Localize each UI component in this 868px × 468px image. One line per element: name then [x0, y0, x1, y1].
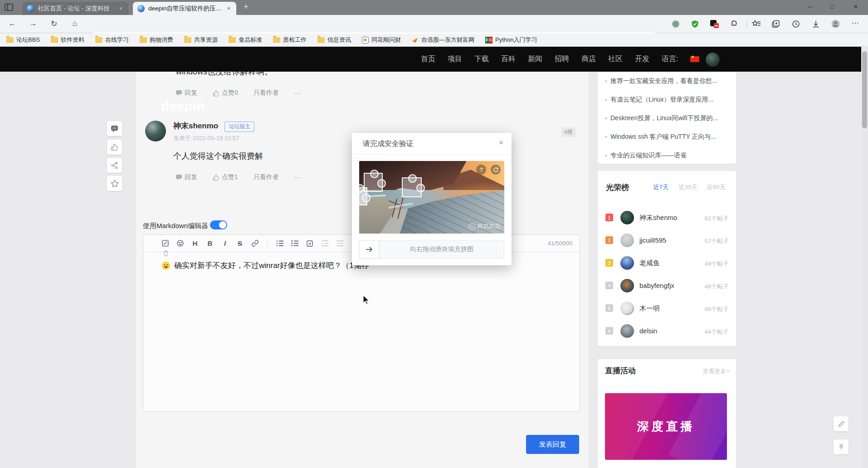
- tab-90days[interactable]: 近90天: [707, 183, 726, 191]
- ordered-list-icon[interactable]: [290, 239, 299, 248]
- edit-note-icon[interactable]: [161, 239, 170, 248]
- profile-avatar-icon[interactable]: [831, 20, 840, 28]
- favorites-bar-icon[interactable]: [752, 20, 761, 28]
- captcha-slider-handle[interactable]: [359, 240, 379, 258]
- nav-community[interactable]: 社区: [608, 54, 623, 64]
- more-action[interactable]: ···: [294, 89, 301, 97]
- post-author-avatar[interactable]: [145, 121, 166, 141]
- honor-row[interactable]: 1 神末shenmo 82个帖子: [598, 206, 736, 229]
- extension-badge-icon[interactable]: [710, 20, 717, 26]
- scrollbar-thumb[interactable]: [862, 51, 867, 128]
- nav-develop[interactable]: 开发: [635, 54, 649, 64]
- bold-icon[interactable]: B: [205, 239, 215, 248]
- page-scrollbar[interactable]: [861, 47, 868, 468]
- hot-link[interactable]: 有道云笔记（Linux）登录深度应用...: [605, 93, 731, 107]
- bookmark-folder[interactable]: 信息资讯: [317, 36, 351, 44]
- view-more-link[interactable]: 查看更多>: [702, 367, 730, 375]
- more-action[interactable]: ···: [294, 173, 301, 181]
- markdown-toggle[interactable]: [210, 220, 227, 229]
- tab-close-icon[interactable]: ×: [117, 5, 124, 12]
- deepin-logo[interactable]: deepin: [161, 99, 205, 114]
- browser-tab[interactable]: 社区首页 - 论坛 - 深度科技 ×: [22, 2, 128, 15]
- author-only-action[interactable]: 只看作者: [254, 89, 279, 97]
- captcha-slider-track[interactable]: 向右拖动滑块填充拼图: [359, 240, 504, 258]
- honor-row[interactable]: 4 babyfengfjx 48个帖子: [598, 274, 736, 297]
- browser-tab-active[interactable]: deepin自带压缩软件的压缩方式 ×: [133, 2, 236, 15]
- minimize-button[interactable]: ─: [808, 3, 812, 10]
- hot-link[interactable]: 专业的云端知识库——语雀: [605, 149, 731, 162]
- adblock-shield-icon[interactable]: [691, 20, 699, 28]
- history-icon[interactable]: [792, 20, 800, 28]
- back-button[interactable]: ←: [5, 19, 19, 28]
- bookmark-folder[interactable]: 共享资源: [184, 36, 218, 44]
- tab-actions-icon[interactable]: [5, 4, 13, 11]
- emoji-icon[interactable]: [176, 239, 185, 248]
- downloads-icon[interactable]: [812, 20, 820, 28]
- captcha-refresh-icon[interactable]: [491, 165, 501, 175]
- post-author-name[interactable]: 神末shenmo: [173, 122, 218, 130]
- language-label[interactable]: 语言:: [662, 54, 678, 64]
- bookmark-folder[interactable]: 质检工作: [273, 36, 307, 44]
- nav-download[interactable]: 下载: [474, 54, 489, 64]
- hot-link[interactable]: Deskreen投屏，Linux同wifi下投屏的...: [605, 112, 731, 125]
- cn-flag-icon[interactable]: [690, 56, 699, 62]
- nav-store[interactable]: 商店: [581, 54, 596, 64]
- extensions-puzzle-icon[interactable]: [730, 20, 738, 28]
- bookmark-folder[interactable]: 食品标准: [229, 36, 262, 44]
- nav-news[interactable]: 新闻: [528, 54, 542, 64]
- indent-decrease-icon[interactable]: [320, 239, 329, 248]
- extension-icon[interactable]: [672, 20, 679, 28]
- nav-home[interactable]: 首页: [421, 54, 435, 64]
- editor-content[interactable]: 确实对新手不友好，不过winrar好像也是这样吧？（1储存: [161, 260, 369, 271]
- link-icon[interactable]: [250, 239, 259, 248]
- forward-button[interactable]: →: [26, 19, 40, 28]
- close-button[interactable]: ×: [853, 3, 858, 11]
- author-only-action[interactable]: 只看作者: [254, 173, 279, 181]
- new-tab-button[interactable]: +: [244, 2, 249, 12]
- bookmark-folder[interactable]: 论坛BBS: [6, 36, 40, 44]
- honor-row[interactable]: 2 jjcui8595 57个帖子: [598, 229, 736, 252]
- task-list-icon[interactable]: [305, 239, 314, 248]
- submit-reply-button[interactable]: 发表回复: [526, 435, 579, 454]
- like-float-button[interactable]: [107, 140, 122, 155]
- maximize-button[interactable]: □: [830, 3, 834, 10]
- tab-close-icon[interactable]: ×: [225, 5, 232, 12]
- back-to-top-button[interactable]: [834, 439, 848, 454]
- like-action[interactable]: 点赞0: [213, 89, 238, 97]
- collections-icon[interactable]: [772, 20, 780, 28]
- nav-jobs[interactable]: 招聘: [555, 54, 569, 64]
- reply-action[interactable]: 回复: [176, 173, 197, 181]
- bookmark-link[interactable]: 同花顺问财: [362, 36, 401, 44]
- home-button[interactable]: ⌂: [68, 19, 82, 28]
- nav-projects[interactable]: 项目: [448, 54, 462, 64]
- favorite-float-button[interactable]: [107, 176, 122, 191]
- bookmark-link[interactable]: FC Python入门学习: [485, 36, 537, 44]
- delete-icon[interactable]: [163, 250, 168, 256]
- nav-wiki[interactable]: 百科: [501, 54, 516, 64]
- user-avatar[interactable]: [706, 53, 720, 67]
- bullet-list-icon[interactable]: [275, 239, 284, 248]
- bookmark-folder[interactable]: 软件资料: [51, 36, 84, 44]
- new-post-float-button[interactable]: [834, 416, 848, 431]
- reply-action[interactable]: 回复: [176, 89, 197, 97]
- tab-7days[interactable]: 近7天: [653, 183, 669, 191]
- honor-row[interactable]: 5 木一明 48个帖子: [598, 297, 736, 320]
- strikethrough-icon[interactable]: S: [235, 239, 244, 248]
- tab-30days[interactable]: 近30天: [678, 183, 697, 191]
- italic-icon[interactable]: I: [220, 239, 229, 248]
- bookmark-folder[interactable]: 购物消费: [140, 36, 173, 44]
- honor-row[interactable]: 3 老咸鱼 49个帖子: [598, 252, 736, 274]
- settings-menu-icon[interactable]: ⋯: [852, 19, 859, 27]
- indent-increase-icon[interactable]: [335, 239, 344, 248]
- heading-icon[interactable]: H: [190, 239, 200, 248]
- captcha-help-icon[interactable]: ?: [476, 165, 486, 175]
- puzzle-slider-piece[interactable]: [359, 187, 367, 205]
- hot-link[interactable]: Windows ssh 客户端 PuTTY 正向与...: [605, 130, 731, 144]
- bookmark-link[interactable]: 自选股—东方财富网: [412, 36, 474, 44]
- honor-row[interactable]: 6 delsin 44个帖子: [598, 320, 736, 342]
- comments-float-button[interactable]: [107, 121, 122, 136]
- live-banner[interactable]: 深度直播: [605, 393, 727, 460]
- dialog-close-icon[interactable]: ×: [499, 138, 503, 147]
- captcha-image[interactable]: ? e 网易易盾: [359, 161, 504, 234]
- share-float-button[interactable]: [107, 158, 122, 173]
